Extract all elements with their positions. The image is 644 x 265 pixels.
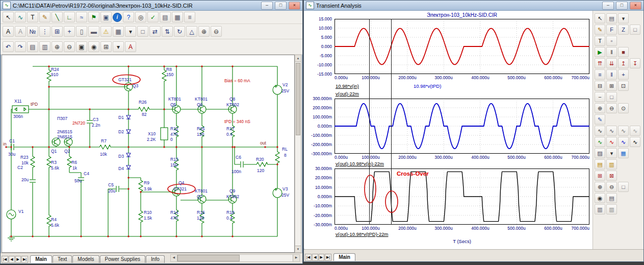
zoom-mode-icon[interactable]: Z: [618, 25, 629, 35]
new-page-icon[interactable]: □: [137, 26, 148, 37]
close-button[interactable]: ×: [630, 2, 641, 10]
select-arrow-icon[interactable]: ↖: [3, 12, 14, 22]
wire-tool-icon[interactable]: ∟: [64, 12, 75, 22]
bus-tool-icon[interactable]: ≈: [76, 12, 87, 22]
schematic-canvas-area[interactable]: R24910GT321Q3R8150Bias = 60 mAV225VX11tP…: [2, 55, 295, 253]
tab-info[interactable]: Info: [146, 255, 165, 263]
find-icon[interactable]: ⊕: [198, 26, 210, 37]
analysis-plot-icon[interactable]: ∿: [15, 12, 26, 22]
cursor-grid-icon[interactable]: ⊞: [595, 171, 605, 181]
scope-icon[interactable]: ◎: [135, 12, 146, 22]
zoom-in-icon[interactable]: ⊕: [595, 103, 605, 113]
copy-icon[interactable]: ▤: [27, 41, 38, 52]
flip-vertical-icon[interactable]: ⇅: [162, 26, 173, 37]
expand-plot-icon[interactable]: ⊞: [606, 81, 617, 91]
zoom-select-icon[interactable]: ▣: [76, 41, 87, 52]
pattern-icon[interactable]: ▨: [595, 148, 605, 158]
select-arrow-icon[interactable]: ↖: [595, 13, 605, 23]
pencil-tool-icon[interactable]: ✎: [39, 12, 50, 22]
trace-black-icon[interactable]: ∿: [630, 137, 640, 147]
page-back-icon[interactable]: ▥: [606, 204, 617, 214]
curve-label-vin[interactable]: 10.98*v(in): [336, 83, 359, 89]
transient-plot-3[interactable]: [334, 168, 589, 225]
node-snap-icon[interactable]: ⊞: [51, 26, 63, 37]
sheet-icon[interactable]: ▤: [160, 12, 171, 22]
component-tool-icon[interactable]: ▣: [100, 12, 112, 22]
redo-icon[interactable]: ↷: [15, 41, 26, 52]
vertical-cursor-icon[interactable]: ‖: [606, 69, 617, 80]
flip-horizontal-icon[interactable]: ⇄: [149, 26, 161, 37]
tab-models[interactable]: Models: [72, 255, 99, 263]
valley-icon[interactable]: ⇊: [606, 58, 617, 68]
curve-label-vout-vtpd[interactable]: v(out)-10.98*v(tPD)-22m: [336, 231, 388, 237]
mode-dropdown-icon[interactable]: ▾: [113, 41, 124, 52]
grid-text-icon[interactable]: A: [15, 26, 26, 37]
stop-icon[interactable]: ■: [618, 47, 629, 57]
find-next-icon[interactable]: ⊖: [211, 26, 222, 37]
border-icon[interactable]: ▯: [76, 26, 87, 37]
peak-icon[interactable]: ⇈: [595, 58, 605, 68]
watch-list-icon[interactable]: ▥: [606, 159, 617, 170]
text-tool-icon[interactable]: T: [595, 36, 605, 46]
scroll-up-button[interactable]: ▲: [295, 55, 301, 62]
scroll-down-button[interactable]: ▼: [295, 246, 301, 252]
minimize-button[interactable]: –: [602, 2, 614, 10]
minimize-plot-icon[interactable]: −: [595, 92, 605, 102]
grid-icon[interactable]: ▦: [172, 12, 183, 22]
tab-scroll-first-button[interactable]: |◀: [2, 256, 8, 263]
minimize-button[interactable]: –: [261, 2, 273, 10]
tab-scroll-last-button[interactable]: ▶|: [21, 256, 28, 263]
run-icon[interactable]: ▶: [595, 47, 605, 57]
mode-icon[interactable]: ⊞: [100, 41, 112, 52]
mirror-icon[interactable]: △: [186, 26, 197, 37]
tab-scroll-prev-button[interactable]: ◀: [312, 254, 318, 261]
text-tool-icon[interactable]: T: [27, 12, 38, 22]
flag-tool-icon[interactable]: ⚑: [88, 12, 99, 22]
scrollbar-thumb[interactable]: [177, 255, 240, 261]
cursor-line-1[interactable]: [369, 19, 370, 225]
title-block-icon[interactable]: ▬: [88, 26, 99, 37]
frame-icon[interactable]: □: [606, 92, 617, 102]
magnify-out-icon[interactable]: ⊖: [606, 182, 617, 192]
tag-icon[interactable]: ⊠: [606, 171, 617, 181]
text-attributes-icon[interactable]: A: [3, 26, 14, 37]
single-plot-icon[interactable]: ⊡: [618, 81, 629, 91]
pattern-dropdown-icon[interactable]: ▾: [606, 148, 617, 158]
line-tool-icon[interactable]: ╲: [51, 12, 63, 22]
plot-style-4-icon[interactable]: ∿: [630, 126, 640, 136]
node-numbers-icon[interactable]: №: [27, 26, 38, 37]
curve-label-vout[interactable]: v(out)-22m: [336, 91, 359, 97]
fourier-window-icon[interactable]: F: [606, 25, 617, 35]
cursor-line-2[interactable]: [391, 19, 392, 225]
scrollbar-thumb[interactable]: [296, 63, 300, 135]
annotate-icon[interactable]: A: [125, 41, 136, 52]
scroll-left-button[interactable]: ◀: [171, 255, 177, 261]
tab-scroll-last-button[interactable]: ▶|: [325, 254, 331, 261]
plot-style-1-icon[interactable]: ∿: [595, 126, 605, 136]
tab-text[interactable]: Text: [53, 255, 72, 263]
trace-blue-icon[interactable]: ∿: [618, 137, 629, 147]
restore-button[interactable]: □: [275, 2, 287, 10]
zoom-in-icon[interactable]: ⊕: [51, 41, 63, 52]
restore-button[interactable]: □: [616, 2, 628, 10]
top-icon[interactable]: ↥: [618, 58, 629, 68]
close-button[interactable]: ×: [289, 2, 300, 10]
drc-icon[interactable]: ⚠: [100, 26, 112, 37]
grid-dropdown-icon[interactable]: ▦: [113, 26, 124, 37]
schematic-window-titlebar[interactable]: ∿ C:\MC11\DATA\Petrov\R1972-06\original\…: [1, 1, 302, 11]
tab-main[interactable]: Main: [333, 253, 355, 261]
trace-red-icon[interactable]: ∿: [606, 137, 617, 147]
dropdown-icon[interactable]: ▾: [125, 26, 136, 37]
vertical-scrollbar[interactable]: ▲ ▼: [295, 55, 301, 253]
horizontal-scrollbar[interactable]: ◀ ▶: [170, 254, 300, 262]
edit-waveform-icon[interactable]: ✎: [595, 114, 605, 125]
zoom-fit-icon[interactable]: ⊙: [618, 103, 629, 113]
transient-plot-2[interactable]: [334, 99, 589, 154]
info-icon[interactable]: i: [113, 13, 122, 22]
horizontal-cursor-icon[interactable]: ≡: [595, 69, 605, 80]
numeric-output-icon[interactable]: ▤: [595, 159, 605, 170]
plot-style-3-icon[interactable]: ∿: [618, 126, 629, 136]
tab-scroll-next-button[interactable]: ▶: [15, 256, 21, 263]
page-front-icon[interactable]: ▥: [595, 204, 605, 214]
color-grid-icon[interactable]: ▦: [618, 148, 629, 158]
